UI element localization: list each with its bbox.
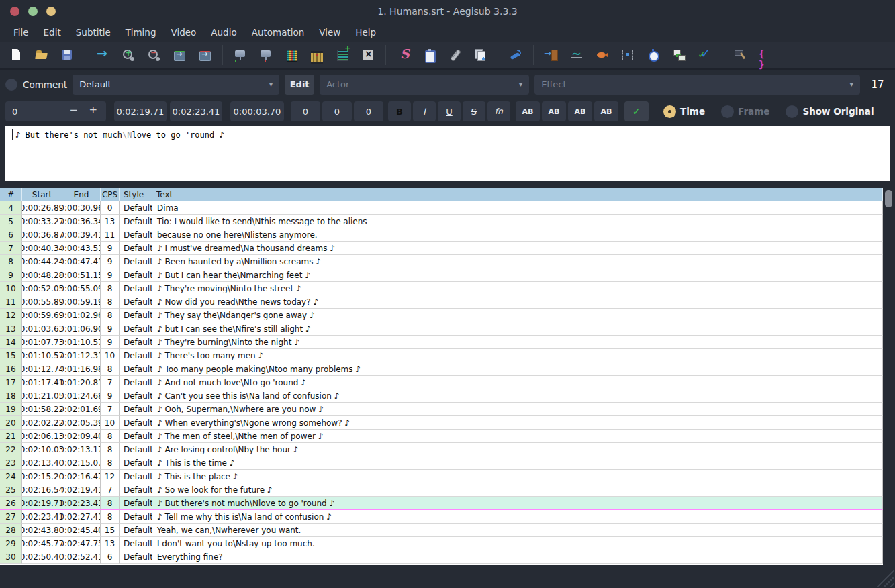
subtitle-row-22[interactable]: 220:02:10.030:02:13.178Default♪ Are losi… xyxy=(0,443,883,456)
zoom-in-button[interactable] xyxy=(116,44,140,66)
styles-manager-button[interactable] xyxy=(279,44,303,66)
time-radio[interactable] xyxy=(663,105,676,118)
properties-button[interactable] xyxy=(417,44,441,66)
subtitle-row-30[interactable]: 300:02:50.400:02:52.416DefaultEverything… xyxy=(0,550,883,564)
subtitle-text-input[interactable]: ♪ But there's not much\Nlove to go 'roun… xyxy=(5,126,890,181)
close-button[interactable] xyxy=(10,7,19,16)
subtitle-row-18[interactable]: 180:01:21.050:01:24.689Default♪ Can't yo… xyxy=(0,389,883,403)
save-subtitles-button[interactable] xyxy=(55,44,79,66)
effect-dropdown[interactable]: Effect ▾ xyxy=(534,75,860,95)
end-time-field[interactable]: 0:02:23.41 xyxy=(170,101,222,121)
subtitle-row-15[interactable]: 150:01:10.570:01:12.3110Default♪ There's… xyxy=(0,349,883,362)
subtitle-row-14[interactable]: 140:01:07.730:01:10.579Default♪ They're … xyxy=(0,336,883,349)
styling-assistant-button[interactable] xyxy=(391,44,416,66)
menu-timing[interactable]: Timing xyxy=(118,23,164,42)
italic-button[interactable]: I xyxy=(413,101,436,121)
commit-button[interactable]: ✓ xyxy=(624,101,649,121)
subtitle-row-26[interactable]: 260:02:19.710:02:23.418Default♪ But ther… xyxy=(0,497,883,510)
zoom-out-button[interactable] xyxy=(142,44,166,66)
menu-video[interactable]: Video xyxy=(163,23,203,42)
snap-start-to-keyframe-button[interactable] xyxy=(228,44,252,66)
bold-button[interactable]: B xyxy=(388,101,411,121)
secondary-color-button[interactable]: AB xyxy=(542,101,566,121)
menu-file[interactable]: File xyxy=(6,23,36,42)
open-subtitles-button[interactable] xyxy=(30,44,54,66)
shadow-color-button[interactable]: AB xyxy=(594,101,618,121)
subtitle-row-10[interactable]: 100:00:52.050:00:55.098Default♪ They're … xyxy=(0,282,883,295)
outline-color-button[interactable]: AB xyxy=(568,101,592,121)
strikeout-button[interactable]: S xyxy=(463,101,485,121)
margin-vertical-field[interactable]: 0 xyxy=(354,101,383,121)
menu-help[interactable]: Help xyxy=(348,23,383,42)
edit-style-button[interactable]: Edit xyxy=(285,75,314,95)
margin-right-field[interactable]: 0 xyxy=(322,101,352,121)
subtitle-row-7[interactable]: 70:00:40.340:00:43.519Default♪ I must've… xyxy=(0,242,883,255)
timing-post-processor-button[interactable] xyxy=(641,44,665,66)
subtitle-row-8[interactable]: 80:00:44.240:00:47.419Default♪ Been haun… xyxy=(0,255,883,268)
menu-subtitle[interactable]: Subtitle xyxy=(68,23,118,42)
layer-stepper[interactable]: 0 − + xyxy=(5,101,106,121)
layer-increment-icon[interactable]: + xyxy=(89,104,97,116)
select-lines-button[interactable] xyxy=(330,44,355,66)
subtitle-row-11[interactable]: 110:00:55.890:00:59.198Default♪ Now did … xyxy=(0,295,883,309)
subtitle-row-25[interactable]: 250:02:16.540:02:19.417Default♪ So we lo… xyxy=(0,483,883,497)
subtitle-row-16[interactable]: 160:01:12.740:01:16.988Default♪ Too many… xyxy=(0,362,883,376)
subtitle-row-23[interactable]: 230:02:13.400:02:15.078Default♪ This is … xyxy=(0,456,883,470)
grid-scrollbar-thumb[interactable] xyxy=(885,190,892,207)
kanji-timer-fish-button[interactable] xyxy=(590,44,614,66)
underline-button[interactable]: U xyxy=(438,101,461,121)
start-time-field[interactable]: 0:02:19.71 xyxy=(114,101,167,121)
column-header-end[interactable]: End xyxy=(62,188,101,201)
duration-field[interactable]: 0:00:03.70 xyxy=(230,101,284,121)
subtitle-row-24[interactable]: 240:02:15.200:02:16.4712Default♪ This is… xyxy=(0,470,883,483)
subtitle-row-20[interactable]: 200:02:02.220:02:05.3910Default♪ When ev… xyxy=(0,416,883,430)
subtitle-row-29[interactable]: 290:02:45.770:02:47.7313DefaultI don't w… xyxy=(0,537,883,550)
kanji-timer-button[interactable] xyxy=(504,44,528,66)
subtitle-row-5[interactable]: 50:00:33.270:00:36.3413DefaultTio: I wou… xyxy=(0,215,883,228)
subtitle-row-13[interactable]: 130:01:03.630:01:06.909Default♪ but I ca… xyxy=(0,322,883,336)
select-lines-dialog-button[interactable] xyxy=(539,44,563,66)
column-header-cps[interactable]: CPS xyxy=(101,188,120,201)
grid-scrollbar[interactable] xyxy=(883,188,895,565)
jump-to-button[interactable] xyxy=(91,44,115,66)
primary-color-button[interactable]: AB xyxy=(516,101,540,121)
subtitle-row-27[interactable]: 270:02:23.410:02:27.418Default♪ Tell me … xyxy=(0,510,883,524)
column-header-num[interactable]: # xyxy=(0,188,22,201)
video-details-button[interactable] xyxy=(305,44,329,66)
automation-button[interactable] xyxy=(728,44,752,66)
resize-grip-icon[interactable] xyxy=(876,569,894,587)
spell-checker-button[interactable] xyxy=(692,44,716,66)
margin-left-field[interactable]: 0 xyxy=(291,101,320,121)
layer-decrement-icon[interactable]: − xyxy=(69,104,78,116)
subtitle-row-9[interactable]: 90:00:48.280:00:51.159Default♪ But I can… xyxy=(0,268,883,282)
minimize-button[interactable] xyxy=(28,7,38,16)
toggle-style-tags-button[interactable] xyxy=(753,44,778,66)
show-original-checkbox[interactable] xyxy=(786,105,798,118)
resample-resolution-button[interactable] xyxy=(616,44,640,66)
shift-start-to-video-button[interactable] xyxy=(167,44,191,66)
column-header-style[interactable]: Style xyxy=(120,188,152,201)
maximize-button[interactable] xyxy=(46,7,56,16)
font-button[interactable]: fn xyxy=(487,101,510,121)
menu-view[interactable]: View xyxy=(312,23,348,42)
menu-edit[interactable]: Edit xyxy=(36,23,68,42)
snap-end-to-keyframe-button[interactable] xyxy=(254,44,278,66)
subtitle-row-28[interactable]: 280:02:43.800:02:45.4015DefaultYeah, we … xyxy=(0,524,883,537)
comment-checkbox[interactable] xyxy=(5,79,17,91)
new-subtitles-button[interactable] xyxy=(4,44,28,66)
frame-radio[interactable] xyxy=(721,105,734,118)
subtitle-row-21[interactable]: 210:02:06.130:02:09.408Default♪ The men … xyxy=(0,430,883,443)
subtitle-row-19[interactable]: 190:01:58.220:02:01.697Default♪ Ooh, Sup… xyxy=(0,403,883,416)
subtitle-row-6[interactable]: 60:00:36.870:00:39.4111Defaultbecause no… xyxy=(0,228,883,242)
shift-times-button[interactable] xyxy=(468,44,492,66)
style-dropdown[interactable]: Default ▾ xyxy=(73,75,279,95)
subtitle-row-4[interactable]: 40:00:26.890:00:30.960DefaultDima xyxy=(0,201,883,215)
shift-end-to-video-button[interactable] xyxy=(193,44,217,66)
attachments-button[interactable] xyxy=(442,44,467,66)
subtitle-row-12[interactable]: 120:00:59.690:01:02.968Default♪ They say… xyxy=(0,309,883,322)
column-header-start[interactable]: Start xyxy=(22,188,62,201)
timing-processor-button[interactable] xyxy=(565,44,589,66)
actor-dropdown[interactable]: Actor ▾ xyxy=(320,75,529,95)
subtitle-row-17[interactable]: 170:01:17.410:01:20.817Default♪ And not … xyxy=(0,376,883,389)
column-header-text[interactable]: Text xyxy=(152,188,883,201)
